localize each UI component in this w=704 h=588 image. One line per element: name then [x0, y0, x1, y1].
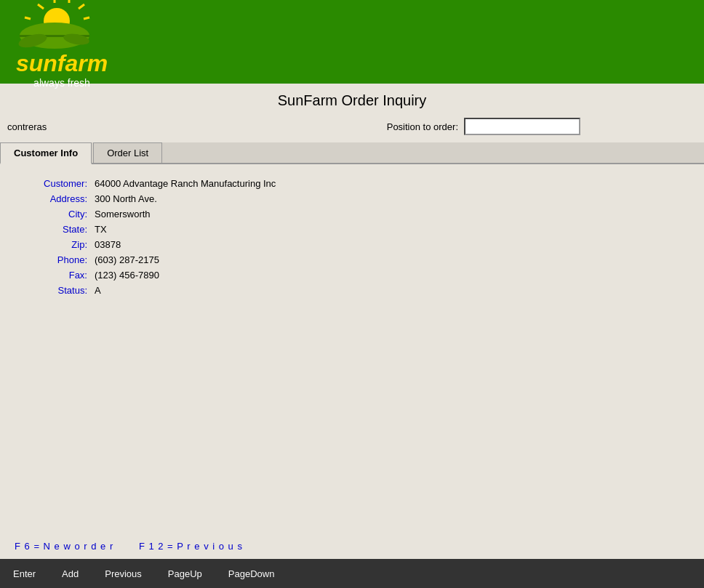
- header: sunfarm always fresh: [0, 0, 704, 84]
- customer-value: 64000 Advantage Ranch Manufacturing Inc: [95, 178, 276, 189]
- fax-value: (123) 456-7890: [95, 270, 159, 281]
- svg-line-2: [79, 4, 84, 9]
- position-label: Position to order:: [387, 121, 458, 132]
- status-value: A: [95, 285, 101, 296]
- phone-label: Phone:: [0, 254, 95, 265]
- city-value: Somersworth: [95, 209, 151, 220]
- state-value: TX: [95, 224, 107, 235]
- tabs-bar: Customer Info Order List: [0, 142, 704, 164]
- customer-row: Customer: 64000 Advantage Ranch Manufact…: [0, 176, 704, 191]
- state-row: State: TX: [0, 222, 704, 237]
- content-panel: Customer: 64000 Advantage Ranch Manufact…: [0, 164, 704, 533]
- phone-value: (603) 287-2175: [95, 254, 159, 265]
- city-row: City: Somersworth: [0, 206, 704, 222]
- username-label: contreras: [7, 121, 47, 132]
- main-content: SunFarm Order Inquiry contreras Position…: [0, 84, 704, 559]
- status-row: Status: A: [0, 283, 704, 298]
- address-value: 300 North Ave.: [95, 193, 157, 204]
- previous-button[interactable]: Previous: [99, 565, 148, 582]
- tab-customer-info[interactable]: Customer Info: [0, 142, 92, 164]
- tab-order-list[interactable]: Order List: [93, 142, 162, 163]
- customer-label: Customer:: [0, 178, 95, 189]
- top-bar: contreras Position to order:: [0, 115, 704, 138]
- svg-line-5: [25, 17, 31, 19]
- status-label: Status:: [0, 285, 95, 296]
- brand-tagline: always fresh: [16, 77, 108, 89]
- svg-line-3: [38, 4, 44, 9]
- fkey-bar: F 6 = N e w o r d e r F 1 2 = P r e v i …: [0, 533, 704, 559]
- add-button[interactable]: Add: [56, 565, 84, 582]
- pageup-button[interactable]: PageUp: [162, 565, 208, 582]
- city-label: City:: [0, 209, 95, 220]
- position-input[interactable]: [464, 118, 580, 135]
- zip-label: Zip:: [0, 239, 95, 250]
- brand-name: sunfarm: [16, 50, 108, 77]
- f12-label[interactable]: F 1 2 = P r e v i o u s: [139, 541, 243, 552]
- address-label: Address:: [0, 193, 95, 204]
- enter-button[interactable]: Enter: [7, 565, 41, 582]
- pagedown-button[interactable]: PageDown: [223, 565, 281, 582]
- address-row: Address: 300 North Ave.: [0, 191, 704, 206]
- fax-row: Fax: (123) 456-7890: [0, 267, 704, 283]
- zip-value: 03878: [95, 239, 121, 250]
- logo-area: sunfarm always fresh: [15, 0, 109, 89]
- zip-row: Zip: 03878: [0, 237, 704, 252]
- phone-row: Phone: (603) 287-2175: [0, 252, 704, 267]
- fax-label: Fax:: [0, 270, 95, 281]
- bottom-toolbar: Enter Add Previous PageUp PageDown: [0, 559, 704, 588]
- state-label: State:: [0, 224, 95, 235]
- f6-label[interactable]: F 6 = N e w o r d e r: [15, 541, 113, 552]
- svg-line-4: [84, 17, 89, 19]
- position-area: Position to order:: [387, 118, 580, 135]
